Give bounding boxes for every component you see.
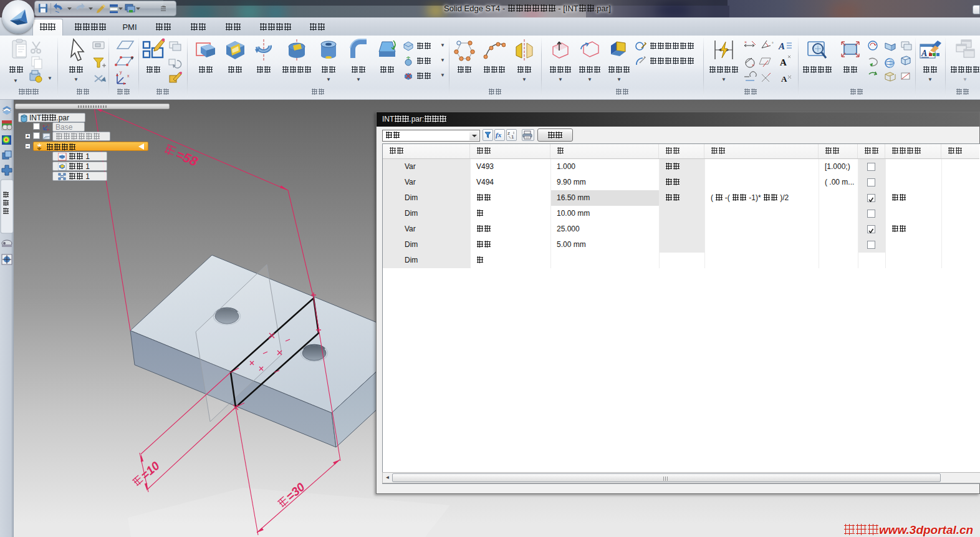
svg-text:fx: fx: [496, 131, 502, 138]
svg-text:=30: =30: [284, 480, 307, 503]
svg-text:=58: =58: [174, 147, 200, 168]
svg-text:1: 1: [511, 134, 514, 140]
svg-text:y: y: [120, 70, 122, 75]
svg-text:z: z: [507, 130, 510, 136]
svg-text:x: x: [127, 74, 130, 78]
svg-text:x: x: [47, 123, 49, 127]
